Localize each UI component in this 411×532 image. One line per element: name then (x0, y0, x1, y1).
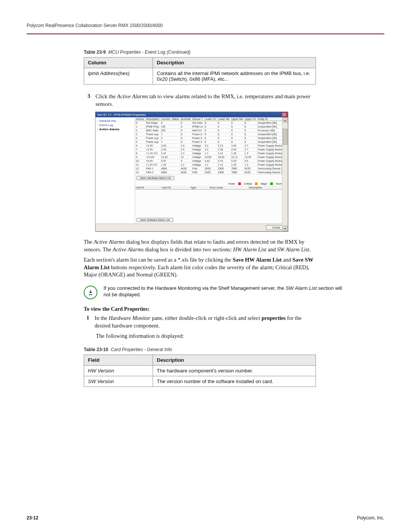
alarm-legend: Index Critical Major Normal (135, 182, 288, 186)
alarm-row: 3Power sup70Power S0000Unspecified [96] (135, 133, 288, 136)
dialog-titlebar: Slot ID: 17 - RTM-IP4000 Properties X (96, 112, 288, 117)
col-header-field: Field (84, 355, 153, 365)
nav-event-log[interactable]: ›Event Log (97, 123, 133, 127)
sw-col-header: Unit ID (135, 186, 161, 190)
alarm-row: 12FAN 148604620FAN2820330078008220Fan/co… (135, 167, 288, 171)
scroll-down-icon[interactable]: ▼ (283, 226, 287, 231)
alarm-col-header: Current (160, 117, 171, 121)
running-header: Polycom RealPresence Collaboration Serve… (27, 23, 384, 28)
cell-column: Ipmb Address(hex) (84, 68, 153, 85)
cell-field: SW Version (84, 376, 153, 387)
dialog-scrollbar[interactable]: ▲ ▼ (282, 117, 288, 231)
active-alarms-para-2: Each section's alarm list can be saved a… (84, 256, 316, 279)
note-text: If you connected to the Hardware Monitor… (104, 285, 346, 298)
table-row: Ipmb Address(hex) Contains all the inter… (84, 68, 316, 85)
alarm-row: 9+12.0V12.4212Voltage10.8310.8313.1113.4… (135, 155, 288, 159)
alarm-col-header: Sensor (135, 117, 145, 121)
alarm-row: 11+1.2V FO1.221.2Voltage1.11.141.261.3Po… (135, 163, 288, 167)
alarm-col-header: Sensor T (191, 117, 204, 121)
close-icon[interactable]: X (282, 112, 287, 117)
alarm-row: 1IPMB Phys1360IPMB Lin0000Unspecified [9… (135, 125, 288, 129)
nav-active-alarms[interactable]: ›Active Alarms (97, 127, 133, 131)
alarm-col-header: Lower Cri (204, 117, 217, 121)
cell-description: Contains all the internal IPMI network a… (153, 68, 316, 85)
alarm-col-header: Description (145, 117, 161, 121)
alarm-row: 7+2.5V2.542.5Voltage2.32.382.642.7Power … (135, 148, 288, 152)
alarm-col-header: Status (171, 117, 180, 121)
step-number-3: 3 (84, 93, 90, 108)
nav-general-info[interactable]: ›General Info (97, 119, 133, 123)
legend-normal-dot (270, 182, 273, 185)
table-23-9: Column Description Ipmb Address(hex) Con… (84, 57, 316, 85)
card-properties-heading: To view the Card Properties: (84, 306, 316, 312)
sw-col-header: Type (190, 186, 209, 190)
sw-col-header: Card ID (161, 186, 190, 190)
alarm-col-header: Upper Ma (230, 117, 244, 121)
header-rule (27, 34, 384, 34)
legend-critical-dot (238, 182, 241, 185)
note-icon (84, 286, 97, 299)
caption-number: Table 23-10 (84, 347, 108, 352)
table-23-10: Field Description HW Version The hardwar… (84, 355, 316, 387)
alarm-col-header: Upper Cri (244, 117, 257, 121)
alarm-row: 0Hot Swap00Hot Swa0000Unspecified [96] (135, 121, 288, 125)
table-row: SW Version The version number of the sof… (84, 376, 316, 387)
table-23-9-caption: Table 23-9 MCU Properties - Event Log (C… (84, 50, 316, 55)
page-footer: 23-12 Polycom, Inc. (27, 515, 384, 521)
table-23-10-caption: Table 23-10 Card Properties - General In… (84, 347, 316, 352)
save-sw-alarm-list-button[interactable]: Save Software Alarm List (137, 218, 173, 222)
caption-number: Table 23-9 (84, 50, 106, 55)
cell-description: The hardware component's version number. (153, 365, 316, 376)
alarm-col-header: Lower Ma (217, 117, 230, 121)
step-3-text: Click the Active Alarms tab to view alar… (96, 93, 316, 108)
sw-alarm-table: Unit IDCard IDTypeError LevelDescription (135, 186, 288, 190)
legend-major-dot (255, 182, 258, 185)
sw-col-header: Error Level (209, 186, 248, 190)
caption-title: Card Properties - General Info (111, 347, 172, 352)
page-number: 23-12 (27, 515, 38, 521)
hw-alarm-table: SensorDescriptionCurrentStatusNominalSen… (135, 117, 288, 174)
col-header-description: Description (153, 58, 316, 68)
col-header-description: Description (153, 355, 316, 365)
alarm-row: 5Power sup70Power S0000Unspecified [96] (135, 140, 288, 144)
alarm-row: 4Power sup40Power S0000Unspecified [96] (135, 136, 288, 140)
cell-field: HW Version (84, 365, 153, 376)
cell-description: The version number of the software insta… (153, 376, 316, 387)
alarm-row: 8+1.2V CO1.211.2Voltage1.11.141.261.3Pow… (135, 152, 288, 155)
step-number-1: 1 (84, 315, 89, 329)
footer-brand: Polycom, Inc. (357, 515, 384, 521)
alarm-col-header: Nominal (180, 117, 191, 121)
caption-title: MCU Properties - Event Log (Continued) (108, 50, 190, 55)
scroll-thumb[interactable] (283, 129, 287, 145)
save-hw-alarm-list-button[interactable]: Save Hardware Alarm List (137, 176, 174, 180)
dialog-title: Slot ID: 17 - RTM-IP4000 Properties (97, 113, 146, 117)
alarm-row: 6+3.3V3.333.3Voltage3.13.133.463.7Power … (135, 144, 288, 148)
table-row: HW Version The hardware component's vers… (84, 365, 316, 376)
alarm-row: 2BMC Watc2550WATCH0000Processor [96] (135, 129, 288, 133)
active-alarms-dialog: Slot ID: 17 - RTM-IP4000 Properties X ›G… (95, 112, 288, 232)
note: If you connected to the Hardware Monitor… (84, 285, 346, 299)
following-info-text: The following information is displayed: (96, 332, 316, 340)
step-1-text: In the Hardware Monitor pane, either dou… (95, 315, 316, 329)
alarm-row: 10+5.0V5.075Voltage4.614.755.255.5Power … (135, 159, 288, 163)
scroll-up-icon[interactable]: ▲ (283, 117, 287, 123)
alarm-row: 13FAN 248604620FAN2820330078008220Fan/co… (135, 171, 288, 174)
active-alarms-para-1: The Active Alarms dialog box displays fi… (84, 238, 316, 253)
col-header-column: Column (84, 58, 153, 68)
dialog-nav: ›General Info ›Event Log ›Active Alarms (96, 117, 135, 224)
